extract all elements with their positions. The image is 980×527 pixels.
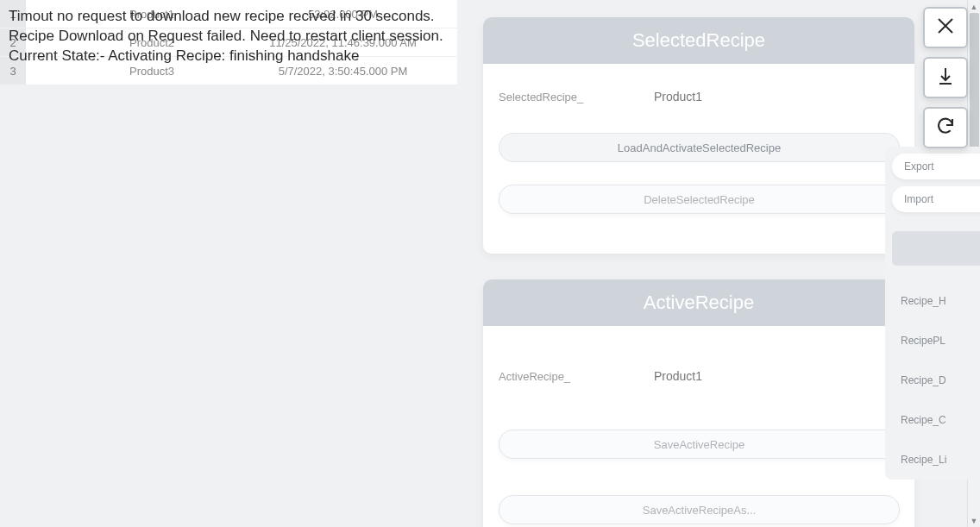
status-overlay: Timout no request to download new recipe… [9, 7, 443, 66]
download-icon [935, 66, 956, 90]
scroll-down-icon[interactable]: ▼ [968, 514, 980, 527]
card-title: ActiveRecipe [483, 279, 914, 326]
load-activate-button[interactable]: LoadAndActivateSelectedRecipe [499, 133, 900, 162]
selected-recipe-card: SelectedRecipe SelectedRecipe_ Product1 … [483, 17, 914, 254]
status-line: Recipe Download on Request failed. Need … [9, 27, 443, 47]
card-title: SelectedRecipe [483, 17, 914, 64]
refresh-button[interactable] [923, 107, 968, 148]
side-header [892, 231, 980, 266]
side-item[interactable]: Recipe_C [885, 400, 980, 440]
download-button[interactable] [923, 57, 968, 98]
field-row: SelectedRecipe_ Product1 [499, 90, 901, 104]
status-line: Current State:- Activating Recipe: finis… [9, 47, 443, 66]
scroll-up-icon[interactable]: ▲ [968, 0, 980, 13]
delete-selected-button[interactable]: DeleteSelectedRecipe [499, 185, 900, 214]
close-button[interactable] [923, 7, 968, 48]
import-button[interactable]: Import [892, 186, 980, 212]
side-item[interactable]: Recipe_D [885, 361, 980, 400]
active-recipe-card: ActiveRecipe ActiveRecipe_ Product1 Save… [483, 279, 914, 527]
export-button[interactable]: Export [892, 154, 980, 179]
side-item[interactable]: RecipePL [885, 321, 980, 361]
field-value: Product1 [654, 90, 702, 104]
field-label: ActiveRecipe_ [499, 370, 654, 383]
save-active-button[interactable]: SaveActiveRecipe [499, 430, 900, 459]
field-label: SelectedRecipe_ [499, 91, 654, 104]
refresh-icon [935, 116, 956, 140]
toolbar [923, 7, 968, 148]
save-active-as-button[interactable]: SaveActiveRecipeAs... [499, 495, 900, 524]
field-row: ActiveRecipe_ Product1 [499, 369, 901, 383]
side-panel: Export Import Recipe_H RecipePL Recipe_D… [885, 147, 980, 480]
field-value: Product1 [654, 369, 702, 383]
side-item[interactable]: Recipe_H [885, 281, 980, 321]
status-line: Timout no request to download new recipe… [9, 7, 443, 27]
side-item[interactable]: Recipe_Li [885, 440, 980, 480]
close-icon [935, 16, 956, 40]
